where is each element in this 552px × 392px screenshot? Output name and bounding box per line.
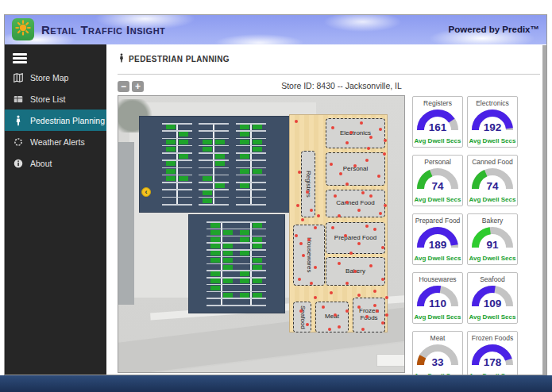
gauge-card-electronics: Electronics192Avg Dwell Secs [467, 96, 518, 148]
pedestrian-dot [322, 306, 325, 309]
gauge-title: Housewares [419, 275, 456, 283]
parking-row [236, 221, 266, 305]
pedestrian-dot [381, 246, 384, 249]
department-electronics[interactable]: Electronics [326, 118, 385, 148]
weather-icon [12, 136, 24, 148]
gauge-arc: 74 [471, 167, 514, 189]
pedestrian-dot [353, 270, 357, 273]
gauge-title: Canned Food [472, 158, 513, 166]
occupied-space [223, 258, 233, 263]
pedestrian-dot [317, 214, 320, 217]
department-personal[interactable]: Personal [326, 152, 385, 186]
pedestrian-dot [339, 172, 342, 175]
department-frozen-foods[interactable]: Frozen Foods [353, 298, 385, 332]
department-prepared-food[interactable]: Prepared Food [326, 222, 385, 254]
occupied-space [166, 125, 176, 129]
gauge-unit-label: Avg Dwell Secs [468, 313, 517, 321]
pedestrian-dot [357, 306, 361, 309]
pedestrian-dot [381, 321, 384, 325]
zoom-in-button[interactable]: + [132, 81, 144, 92]
occupied-space [240, 279, 249, 283]
occupied-space [203, 147, 212, 152]
department-registers[interactable]: Registers [301, 151, 315, 217]
department-housewares[interactable]: Housewares [293, 225, 325, 286]
gauge-unit-label: Avg Dwell Secs [468, 137, 517, 144]
occupied-space [210, 279, 220, 283]
map-icon [12, 71, 24, 83]
pedestrian-dot [381, 278, 384, 281]
sidebar-item-about[interactable]: About [4, 152, 106, 174]
occupied-space [240, 140, 249, 144]
pedestrian-dot [379, 212, 382, 215]
occupied-space [240, 271, 249, 276]
occupied-space [240, 125, 249, 129]
app-logo [12, 18, 34, 40]
gauge-value: 74 [416, 180, 459, 192]
gauge-title: Seafood [480, 275, 505, 283]
list-icon [12, 93, 24, 105]
sidebar-item-label: Weather Alerts [30, 137, 85, 147]
pedestrian-dot [301, 218, 304, 221]
gauge-card-seafood: Seafood109Avg Dwell Secs [467, 272, 518, 324]
gauge-arc: 109 [471, 285, 514, 306]
occupied-space [253, 169, 262, 174]
chevron-left-marker[interactable]: ‹ [141, 187, 151, 197]
gauge-value: 161 [416, 121, 459, 133]
pedestrian-dot [365, 225, 369, 228]
app-page: Retail Traffic Insight Powered by Predix… [0, 0, 552, 392]
department-meat[interactable]: Meat [315, 302, 349, 332]
pedestrian-dot [361, 191, 365, 194]
occupied-space [215, 154, 225, 159]
department-seafood[interactable]: Seafood [293, 302, 311, 332]
occupied-space [215, 140, 225, 144]
pedestrian-dot [299, 309, 303, 313]
gauge-value: 33 [416, 356, 459, 368]
pedestrian-dot [383, 152, 386, 156]
occupied-space [203, 176, 212, 181]
pedestrian-dot [369, 194, 373, 198]
occupied-space [203, 190, 212, 195]
pedestrian-dot [338, 262, 341, 265]
pedestrian-dot [334, 194, 337, 198]
hamburger-icon[interactable] [11, 50, 29, 63]
parking-row [162, 123, 192, 204]
gauge-title: Personal [424, 158, 451, 166]
pedestrian-dot [298, 171, 301, 174]
occupied-space [240, 251, 249, 256]
pedestrian-dot [361, 328, 365, 331]
occupied-space [203, 198, 212, 203]
parking-row [207, 221, 237, 305]
sidebar-item-store-list[interactable]: Store List [4, 88, 106, 110]
aerial-photo-truck [376, 354, 405, 367]
pedestrian-icon [12, 114, 24, 126]
gauge-unit-label: Avg Dwell Secs [413, 255, 462, 262]
sidebar-item-store-map[interactable]: Store Map [4, 67, 106, 88]
bottom-bar [0, 375, 552, 392]
occupied-space [253, 265, 262, 270]
gauge-arc: 178 [471, 344, 514, 365]
pedestrian-dot [345, 141, 349, 144]
zoom-out-button[interactable]: − [118, 81, 129, 92]
pedestrian-dot [328, 328, 331, 331]
store-map-canvas[interactable]: ElectronicsRegistersPersonalCanned FoodP… [118, 95, 405, 373]
sidebar-item-label: Pedestrian Planning [30, 116, 105, 125]
occupied-space [223, 251, 233, 256]
pedestrian-dot [338, 325, 341, 329]
occupied-space [240, 169, 249, 174]
pedestrian-dot [296, 204, 299, 207]
pedestrian-dot [295, 120, 298, 123]
parking-row [199, 123, 229, 204]
occupied-space [166, 147, 176, 152]
occupied-space [253, 140, 262, 144]
occupied-space [253, 279, 262, 283]
occupied-space [215, 161, 225, 166]
occupied-space [179, 154, 188, 159]
scrollbar[interactable] [542, 45, 547, 375]
gauge-value: 189 [416, 239, 459, 251]
occupied-space [166, 161, 176, 166]
gauge-unit-label: Avg Dwell Secs [413, 196, 462, 203]
sidebar-item-pedestrian-planning[interactable]: Pedestrian Planning [4, 110, 106, 131]
gauge-arc: 192 [471, 109, 514, 130]
pedestrian-dot [353, 164, 357, 167]
sidebar-item-weather-alerts[interactable]: Weather Alerts [4, 131, 106, 152]
